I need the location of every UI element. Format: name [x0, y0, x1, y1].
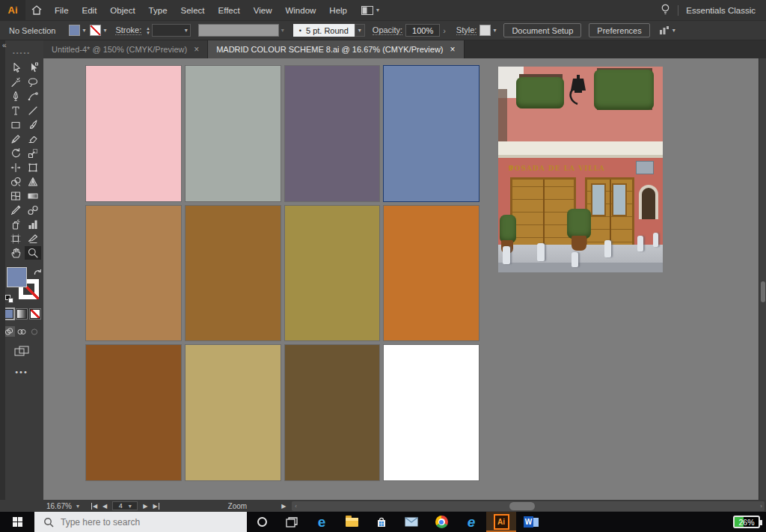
- workspace-name[interactable]: Essentials Classic: [686, 6, 756, 15]
- menu-type[interactable]: Type: [142, 6, 174, 15]
- scroll-right-icon[interactable]: ›: [760, 503, 762, 510]
- colour-swatch-12[interactable]: [383, 344, 479, 481]
- gradient-button[interactable]: [16, 309, 27, 319]
- rectangle-tool[interactable]: [7, 118, 24, 132]
- colour-swatch-8[interactable]: [383, 205, 479, 342]
- none-button[interactable]: [30, 309, 40, 319]
- swap-fill-stroke-icon[interactable]: [34, 266, 42, 279]
- colour-swatch-2[interactable]: [185, 65, 281, 202]
- chevron-down-icon[interactable]: ▾: [82, 27, 85, 34]
- status-expand-icon[interactable]: ▶: [281, 503, 286, 510]
- home-icon[interactable]: [25, 5, 48, 15]
- width-tool[interactable]: [7, 161, 24, 174]
- paintbrush-tool[interactable]: [25, 118, 41, 132]
- menu-view[interactable]: View: [247, 6, 279, 15]
- menu-window[interactable]: Window: [278, 6, 322, 15]
- colour-swatch-10[interactable]: [185, 344, 281, 481]
- vertical-scrollbar-thumb[interactable]: [761, 281, 765, 302]
- menu-edit[interactable]: Edit: [76, 6, 104, 15]
- arrange-documents-icon[interactable]: ▾: [361, 6, 379, 15]
- menu-effect[interactable]: Effect: [212, 6, 247, 15]
- menu-select[interactable]: Select: [174, 6, 212, 15]
- blend-tool[interactable]: [25, 204, 41, 217]
- collapse-panel-icon[interactable]: «: [2, 41, 7, 49]
- type-tool[interactable]: [7, 104, 24, 117]
- symbol-sprayer-tool[interactable]: [7, 218, 24, 231]
- fill-indicator[interactable]: [7, 267, 27, 287]
- internet-explorer-button[interactable]: e: [456, 512, 486, 532]
- gradient-tool[interactable]: [25, 189, 41, 203]
- chevron-down-icon[interactable]: ▾: [76, 503, 79, 510]
- properties-icon[interactable]: ▾: [659, 25, 675, 35]
- column-graph-tool[interactable]: [25, 218, 41, 231]
- document-setup-button[interactable]: Document Setup: [503, 23, 581, 37]
- artboard-number-field[interactable]: 4▾: [112, 501, 138, 510]
- selection-tool[interactable]: [7, 61, 24, 75]
- brush-definition-field[interactable]: • 5 pt. Round: [293, 24, 355, 37]
- free-transform-tool[interactable]: [25, 161, 41, 174]
- draw-behind-button[interactable]: [16, 326, 28, 337]
- colour-swatch-11[interactable]: [284, 344, 381, 481]
- slice-tool[interactable]: [25, 232, 41, 245]
- shaper-tool[interactable]: [7, 132, 24, 146]
- search-input[interactable]: [61, 517, 225, 528]
- vertical-scrollbar[interactable]: [759, 58, 766, 500]
- colour-swatch-6[interactable]: [185, 205, 281, 342]
- start-button[interactable]: [0, 512, 34, 532]
- search-help-icon[interactable]: [661, 4, 670, 16]
- curvature-tool[interactable]: [25, 90, 41, 103]
- pen-tool[interactable]: [7, 90, 24, 103]
- variable-width-profile-dropdown[interactable]: [198, 24, 279, 37]
- edge-button[interactable]: e: [307, 512, 337, 532]
- chrome-button[interactable]: [426, 512, 456, 532]
- fill-color-swatch[interactable]: [69, 25, 80, 36]
- first-artboard-button[interactable]: ◀: [91, 503, 97, 510]
- artboard-tool[interactable]: [7, 232, 24, 245]
- next-artboard-button[interactable]: ▶: [143, 503, 147, 510]
- chevron-down-icon[interactable]: ▾: [103, 27, 106, 34]
- reference-photo[interactable]: 9 POSADA DE LA VILLA 9: [498, 67, 663, 272]
- scroll-left-icon[interactable]: ‹: [295, 503, 297, 510]
- menu-file[interactable]: File: [48, 6, 76, 15]
- artboard-canvas[interactable]: 9 POSADA DE LA VILLA 9: [43, 58, 759, 500]
- colour-swatch-5[interactable]: [85, 205, 182, 342]
- opacity-expand-icon[interactable]: ›: [443, 26, 446, 35]
- colour-swatch-9[interactable]: [85, 344, 182, 481]
- word-button[interactable]: W: [516, 512, 546, 532]
- colour-swatch-4[interactable]: [383, 65, 479, 202]
- hand-tool[interactable]: [7, 246, 24, 260]
- zoom-tool[interactable]: [25, 246, 41, 260]
- task-view-button[interactable]: [277, 512, 307, 532]
- mesh-tool[interactable]: [7, 189, 24, 203]
- last-artboard-button[interactable]: ▶: [153, 503, 159, 510]
- colour-swatch-7[interactable]: [284, 205, 381, 342]
- chevron-down-icon[interactable]: ▾: [281, 27, 284, 34]
- opacity-value-field[interactable]: 100%: [405, 24, 440, 37]
- store-button[interactable]: [367, 512, 396, 532]
- line-segment-tool[interactable]: [25, 104, 41, 117]
- tab-untitled-4[interactable]: Untitled-4* @ 150% (CMYK/Preview) ×: [43, 40, 208, 58]
- horizontal-scrollbar[interactable]: ‹ ›: [292, 501, 765, 511]
- tab-madrid-colour-scheme[interactable]: MADRID COLOUR SCHEME 8.ai @ 16.67% (CMYK…: [208, 40, 464, 58]
- stroke-link[interactable]: Stroke:: [115, 25, 141, 35]
- change-screen-mode-button[interactable]: [0, 346, 43, 357]
- direct-selection-tool[interactable]: [25, 61, 41, 75]
- previous-artboard-button[interactable]: ◀: [102, 503, 107, 510]
- horizontal-scrollbar-thumb[interactable]: [509, 502, 535, 510]
- brush-dropdown-button[interactable]: ▾: [355, 24, 365, 37]
- menu-object[interactable]: Object: [103, 6, 141, 15]
- stroke-weight-stepper[interactable]: ▴▾: [147, 26, 150, 35]
- edit-toolbar-button[interactable]: •••: [0, 367, 43, 376]
- colour-swatch-1[interactable]: [85, 65, 182, 202]
- mail-button[interactable]: [396, 512, 426, 532]
- illustrator-taskbar-button[interactable]: Ai: [486, 512, 516, 532]
- taskbar-search-box[interactable]: [34, 512, 247, 532]
- rotate-tool[interactable]: [7, 147, 24, 160]
- chevron-down-icon[interactable]: ▾: [493, 27, 496, 34]
- style-swatch[interactable]: [479, 25, 491, 36]
- colour-swatch-3[interactable]: [284, 65, 381, 202]
- close-icon[interactable]: ×: [194, 44, 199, 55]
- style-link[interactable]: Style:: [456, 25, 477, 35]
- draw-inside-button[interactable]: [29, 326, 40, 337]
- stroke-weight-dropdown[interactable]: ▾: [152, 24, 191, 37]
